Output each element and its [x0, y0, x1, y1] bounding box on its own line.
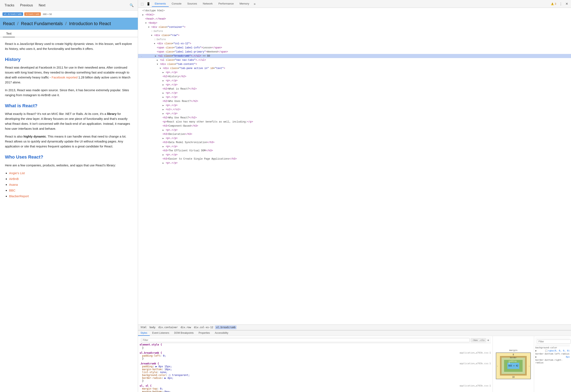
- dom-line-navtabs[interactable]: ▶ <ul class="nav nav-tabs">…</ul>: [138, 58, 571, 62]
- tab-memory[interactable]: Memory: [237, 1, 252, 7]
- dom-line-p10[interactable]: ▶ <p>…</p>: [138, 144, 571, 149]
- collapse-arrow[interactable]: ▶: [142, 14, 143, 16]
- collapse-arrow-p7[interactable]: ▶: [162, 113, 164, 115]
- company-link-3[interactable]: Asana: [9, 183, 18, 186]
- style-filter-input[interactable]: [141, 338, 470, 342]
- tab-accessibility[interactable]: Accessibility: [212, 330, 231, 336]
- dom-line-head[interactable]: <head>…</head>: [138, 17, 571, 21]
- dom-line-before1[interactable]: ::before: [138, 29, 571, 33]
- expand-arrow-bgcolor[interactable]: ▶: [535, 349, 537, 352]
- devtools-menu-button[interactable]: ⋮: [558, 1, 564, 7]
- tab-performance[interactable]: Performance: [215, 1, 236, 7]
- collapse-arrow-p11[interactable]: ▶: [162, 154, 164, 156]
- collapse-arrow[interactable]: ▼: [151, 34, 152, 37]
- tab-styles[interactable]: Styles: [138, 330, 150, 336]
- dom-line-h3decl[interactable]: <h3>Declarative</h3>: [138, 132, 571, 136]
- collapse-arrow-tp[interactable]: ▼: [160, 67, 161, 70]
- dom-line-h2what[interactable]: <h2>What is React?</h2>: [138, 87, 571, 91]
- dom-line-p9[interactable]: ▶ <p>…</p>: [138, 136, 571, 140]
- collapse-arrow-ul[interactable]: ▶: [162, 109, 164, 111]
- dom-line-h3vdom[interactable]: <h3>The Efficient Virtual DOM</h3>: [138, 149, 571, 153]
- dom-line-p8[interactable]: ▶ <p>…</p>: [138, 128, 571, 132]
- dom-line-tabcontent[interactable]: ▼ <div class="tab-content">: [138, 62, 571, 66]
- tab-console[interactable]: Console: [169, 1, 184, 7]
- filter-pseudo-button[interactable]: :hov .cls: [471, 338, 486, 342]
- add-style-icon[interactable]: +: [487, 338, 489, 342]
- dom-line-span-lesson[interactable]: <span class="label label-info">Lesson</s…: [138, 46, 571, 50]
- dom-line-p12[interactable]: ▶ <p>…</p>: [138, 161, 571, 165]
- dom-line-p6[interactable]: ▶ <p>…</p>: [138, 103, 571, 108]
- dom-line-container[interactable]: ▼ <div class="container">: [138, 25, 571, 29]
- collapse-arrow[interactable]: ▼: [148, 26, 149, 28]
- inspect-icon-button[interactable]: ⬚: [139, 1, 145, 7]
- dom-line-h3data[interactable]: <h3>Data Model Synchronization</h3>: [138, 140, 571, 144]
- collapse-arrow-p2[interactable]: ▶: [162, 80, 164, 82]
- bc-body[interactable]: body: [148, 325, 157, 329]
- collapse-arrow[interactable]: ▼: [145, 22, 146, 24]
- dom-line-h2history[interactable]: <h2>History</h2>: [138, 74, 571, 79]
- bc-breadcrumb[interactable]: ul.breadcrumb: [215, 325, 236, 329]
- device-toolbar-button[interactable]: 📱: [145, 1, 152, 7]
- tracks-button[interactable]: Tracks: [2, 2, 17, 8]
- dom-line-p11[interactable]: ▶ <p>…</p>: [138, 153, 571, 157]
- company-link-2[interactable]: AirBnB: [9, 177, 19, 181]
- devtools-close-button[interactable]: ✕: [564, 1, 570, 7]
- bc-container[interactable]: div.container: [157, 325, 179, 329]
- dom-line-html[interactable]: ▶ <html>: [138, 13, 571, 17]
- tab-text[interactable]: Text: [3, 30, 15, 37]
- dom-tree[interactable]: <!doctype html> ▶ <html> <head>…</head> …: [138, 8, 571, 324]
- dom-line-p2[interactable]: ▶ <p>…</p>: [138, 79, 571, 83]
- tab-event-listeners[interactable]: Event Listeners: [150, 330, 172, 336]
- tab-network[interactable]: Network: [200, 1, 216, 7]
- dom-line-p-benefits[interactable]: <p>React also has many other benefits as…: [138, 120, 571, 124]
- company-link-5[interactable]: BlacberReport: [9, 194, 29, 198]
- dom-line-p4[interactable]: ▶ <p>…</p>: [138, 91, 571, 95]
- dom-line-colxs[interactable]: ▼ <div class="col-xs-12">: [138, 42, 571, 46]
- bc-col[interactable]: div.col-xs-12: [193, 325, 214, 329]
- dom-line-body[interactable]: ▼ <body>: [138, 21, 571, 25]
- more-tabs-button[interactable]: »: [252, 1, 257, 7]
- computed-filter-input[interactable]: [537, 339, 571, 344]
- dom-line-tabpane[interactable]: ▼ <div class="tab-pane active in" id="te…: [138, 66, 571, 70]
- collapse-arrow[interactable]: ▼: [154, 43, 155, 45]
- bc-html[interactable]: html: [140, 325, 148, 329]
- dom-line-h3spa[interactable]: <h3>Easier to Create Single Page Applica…: [138, 157, 571, 161]
- collapse-arrow-p10[interactable]: ▶: [162, 146, 164, 148]
- facebook-link[interactable]: Facebook reported: [52, 76, 77, 79]
- collapse-arrow-p5[interactable]: ▶: [162, 96, 164, 98]
- dom-line-span-weekend[interactable]: <span class="label label-primary">Weeken…: [138, 50, 571, 54]
- collapse-arrow-p12[interactable]: ▶: [162, 162, 164, 164]
- dom-line-h2who[interactable]: <h2>Who Uses React?</h2>: [138, 99, 571, 103]
- dom-line-p7[interactable]: ▶ <p>…</p>: [138, 112, 571, 116]
- collapse-arrow-p9[interactable]: ▶: [162, 137, 164, 140]
- search-button[interactable]: 🔍: [128, 2, 136, 8]
- company-link-4[interactable]: BBC: [9, 189, 15, 192]
- previous-button[interactable]: Previous: [17, 2, 35, 8]
- collapse-arrow-breadcrumb[interactable]: ▶: [155, 55, 156, 57]
- collapse-arrow-p3[interactable]: ▶: [162, 84, 164, 86]
- dom-line-p5[interactable]: ▶ <p>…</p>: [138, 95, 571, 99]
- dom-line-h2why[interactable]: <h2>Why Use React?</h2>: [138, 116, 571, 120]
- tab-sources[interactable]: Sources: [184, 1, 200, 7]
- collapse-arrow-tc[interactable]: ▼: [157, 63, 158, 66]
- dom-line-before2[interactable]: ::before: [138, 38, 571, 42]
- tab-properties[interactable]: Properties: [196, 330, 212, 336]
- collapse-arrow-p1[interactable]: ▶: [162, 71, 164, 74]
- dom-line-doctype[interactable]: <!doctype html>: [138, 9, 571, 13]
- tab-dom-breakpoints[interactable]: DOM Breakpoints: [171, 330, 196, 336]
- collapse-arrow-p4[interactable]: ▶: [162, 92, 164, 94]
- tab-elements[interactable]: Elements: [152, 1, 169, 7]
- dom-line-h3comp[interactable]: <h3>Component-Based</h3>: [138, 124, 571, 128]
- next-button[interactable]: Next: [36, 2, 48, 8]
- dom-line-p1[interactable]: ▶ <p>…</p>: [138, 70, 571, 74]
- dom-line-p3[interactable]: ▶ <p>…</p>: [138, 83, 571, 87]
- expand-arrow-bblr[interactable]: ▶: [535, 356, 537, 358]
- bc-row[interactable]: div.row: [180, 325, 192, 329]
- company-link-1[interactable]: Angie's List: [9, 171, 25, 175]
- collapse-arrow-p6[interactable]: ▶: [162, 104, 164, 107]
- dom-line-breadcrumb[interactable]: … ▶ <ul class="breadcrumb">…</ul> == $0: [138, 54, 571, 58]
- dom-line-row[interactable]: ▼ <div class="row">: [138, 33, 571, 38]
- collapse-arrow-nav[interactable]: ▶: [157, 59, 158, 61]
- dom-line-ul[interactable]: ▶ <ul>…</ul>: [138, 108, 571, 112]
- collapse-arrow-p8[interactable]: ▶: [162, 129, 164, 131]
